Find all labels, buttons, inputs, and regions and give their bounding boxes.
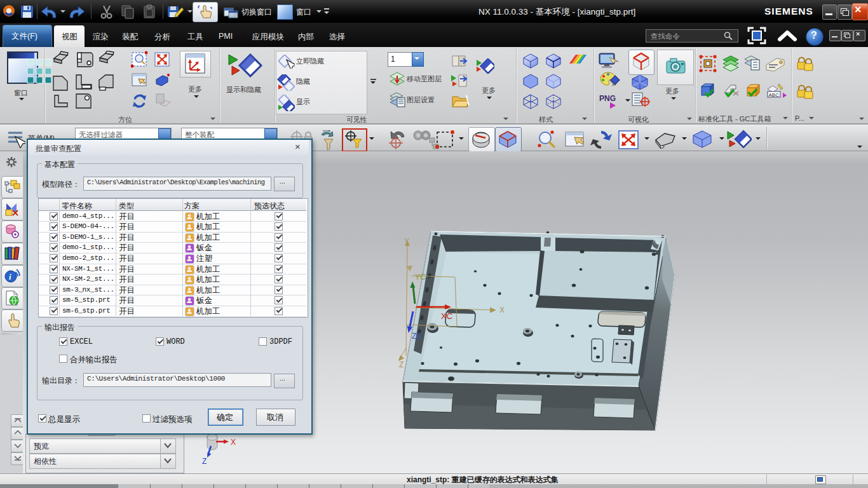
svg-text:Z: Z xyxy=(202,457,207,466)
svg-text:ABC: ABC xyxy=(769,92,780,98)
svg-text:i: i xyxy=(9,272,11,281)
svg-text:XC: XC xyxy=(441,311,452,321)
svg-text:X: X xyxy=(231,438,236,447)
svg-text:ZC: ZC xyxy=(412,332,422,341)
svg-text:YC: YC xyxy=(415,273,426,281)
svg-text:Y: Y xyxy=(404,237,409,246)
svg-text:Z: Z xyxy=(399,360,403,369)
svg-text:X: X xyxy=(499,306,505,315)
